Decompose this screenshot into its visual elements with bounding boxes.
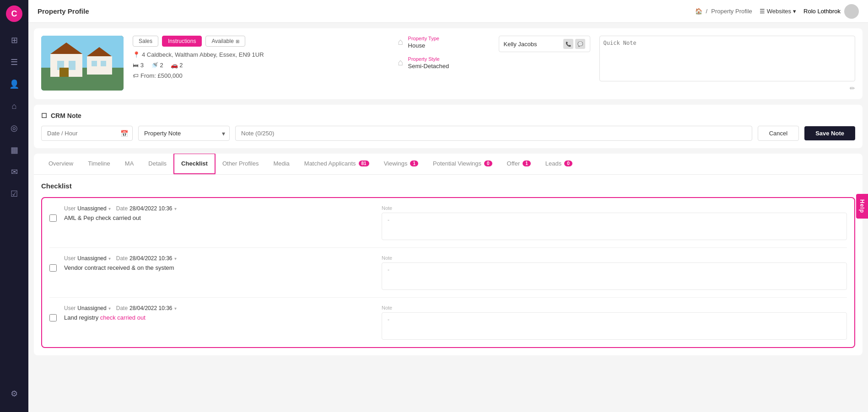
app-logo[interactable]: C [6, 5, 22, 22]
user-dropdown-1[interactable]: ▾ [108, 206, 111, 211]
help-tab[interactable]: Help [856, 193, 868, 218]
user-dropdown-2[interactable]: ▾ [108, 256, 111, 261]
content-area: Sales Instructions Available ⊞ 📍 4 Caldb… [28, 23, 868, 412]
svg-rect-5 [69, 61, 75, 70]
edit-icon[interactable]: ✏ [850, 85, 855, 92]
avatar[interactable] [844, 4, 859, 19]
checklist-item: User Unassigned ▾ Date 28/04/2022 10:36 … [49, 305, 847, 340]
email-icon[interactable]: ✉ [5, 163, 23, 181]
tasks-icon[interactable]: ☑ [5, 185, 23, 203]
user-dropdown-3[interactable]: ▾ [108, 306, 111, 311]
date-dropdown-2[interactable]: ▾ [174, 256, 177, 261]
checklist-note-3: Note - [382, 305, 847, 340]
tab-other-profiles[interactable]: Other Profiles [215, 154, 266, 174]
property-image [41, 36, 124, 91]
tab-media[interactable]: Media [266, 154, 297, 174]
agent-message-icon[interactable]: 💬 [575, 39, 585, 49]
instructions-badge[interactable]: Instructions [162, 36, 202, 47]
location-icon: 📍 [133, 51, 140, 58]
tab-offer[interactable]: Offer 1 [500, 154, 538, 174]
properties-icon[interactable]: ⌂ [5, 97, 23, 115]
checklist-checkbox-2[interactable] [49, 264, 57, 272]
date-dropdown-1[interactable]: ▾ [174, 206, 177, 211]
note-input[interactable] [235, 126, 752, 141]
contacts-icon[interactable]: 👤 [5, 75, 23, 93]
checklist-note-2: Note - [382, 255, 847, 290]
svg-rect-7 [87, 56, 112, 75]
tab-matched-applicants[interactable]: Matched Applicants 81 [297, 154, 377, 174]
quick-note-input[interactable] [599, 36, 856, 81]
checklist-text-3: Land registry check carried out [64, 314, 374, 321]
property-details: ⌂ Property Type House ⌂ Property Style S… [398, 36, 490, 92]
property-style: ⌂ Property Style Semi-Detached [398, 56, 490, 70]
calendar-icon[interactable]: ☰ [5, 53, 23, 71]
tab-potential-viewings[interactable]: Potential Viewings 0 [426, 154, 500, 174]
checklist-content: Checklist User Unassigned ▾ Date 28/04/2… [34, 175, 863, 355]
checklist-checkbox-1[interactable] [49, 214, 57, 222]
settings-icon[interactable]: ⚙ [5, 385, 23, 403]
svg-rect-10 [101, 61, 106, 66]
activity-type-select[interactable]: Property Note Call Email Meeting Task [138, 126, 230, 141]
agent-name: Kelly Jacobs [504, 41, 560, 48]
tabs-row: Overview Timeline MA Details Checklist O… [34, 154, 863, 175]
tab-ma[interactable]: MA [118, 154, 141, 174]
date-hour-input[interactable] [41, 126, 133, 141]
note-box-1: - [382, 213, 847, 240]
tab-overview[interactable]: Overview [41, 154, 81, 174]
house-style-icon: ⌂ [398, 57, 404, 68]
breadcrumb-current: Property Profile [711, 8, 752, 15]
property-info: Sales Instructions Available ⊞ 📍 4 Caldb… [133, 36, 389, 92]
viewings-badge: 1 [410, 161, 418, 166]
crm-form: 📅 Property Note Call Email Meeting Task … [41, 126, 855, 141]
house-type-icon: ⌂ [398, 37, 404, 47]
globe-icon[interactable]: ◎ [5, 119, 23, 137]
agent-phone-icon[interactable]: 📞 [563, 39, 573, 49]
receptions: 🚗 2 [171, 62, 183, 69]
crm-note-section: ☐ CRM Note 📅 Property Note Call Email Me… [34, 105, 863, 148]
property-type: ⌂ Property Type House [398, 36, 490, 49]
checklist-item: User Unassigned ▾ Date 28/04/2022 10:36 … [49, 255, 847, 298]
tab-viewings[interactable]: Viewings 1 [377, 154, 426, 174]
websites-dropdown[interactable]: ☰ Websites ▾ [760, 8, 796, 15]
cancel-button[interactable]: Cancel [758, 126, 799, 141]
dashboard-icon[interactable]: ⊞ [5, 31, 23, 49]
quick-notes: ✏ [599, 36, 856, 92]
potential-viewings-badge: 0 [484, 161, 492, 166]
date-hour-wrapper: 📅 [41, 126, 133, 141]
tabs-section: Overview Timeline MA Details Checklist O… [34, 154, 863, 355]
agent-action-icons: 📞 💬 [563, 39, 585, 49]
home-icon[interactable]: 🏠 [695, 8, 702, 15]
chart-icon[interactable]: ▦ [5, 141, 23, 159]
svg-rect-9 [92, 61, 97, 66]
checklist-meta-3: User Unassigned ▾ Date 28/04/2022 10:36 … [64, 305, 374, 311]
tab-details[interactable]: Details [141, 154, 174, 174]
chevron-down-icon: ▾ [793, 8, 796, 15]
tab-timeline[interactable]: Timeline [81, 154, 118, 174]
checklist-item-left-1: User Unassigned ▾ Date 28/04/2022 10:36 … [64, 205, 374, 240]
save-note-button[interactable]: Save Note [804, 126, 855, 140]
checklist-text-2: Vendor contract received & on the system [64, 264, 374, 271]
date-dropdown-3[interactable]: ▾ [174, 306, 177, 311]
checklist-text-1: AML & Pep check carried out [64, 214, 374, 221]
available-badge[interactable]: Available ⊞ [205, 36, 245, 47]
property-agent: Kelly Jacobs 📞 💬 [499, 36, 590, 92]
property-address: 📍 4 Caldbeck, Waltham Abbey, Essex, EN9 … [133, 51, 389, 58]
calendar-icon: 📅 [120, 130, 128, 137]
bathrooms: 🚿 2 [151, 62, 163, 69]
checklist-checkbox-3[interactable] [49, 314, 57, 321]
user-menu[interactable]: Rolo Lothbrok [803, 4, 859, 19]
checklist-note-1: Note - [382, 205, 847, 240]
checklist-item-left-3: User Unassigned ▾ Date 28/04/2022 10:36 … [64, 305, 374, 340]
note-box-3: - [382, 312, 847, 340]
tab-leads[interactable]: Leads 0 [538, 154, 580, 174]
crm-icon: ☐ [41, 112, 47, 119]
property-badges: Sales Instructions Available ⊞ [133, 36, 389, 47]
tab-checklist[interactable]: Checklist [174, 154, 215, 174]
activity-type-wrapper: Property Note Call Email Meeting Task ▾ [138, 126, 230, 141]
breadcrumb-separator: / [706, 8, 708, 15]
checklist-meta-1: User Unassigned ▾ Date 28/04/2022 10:36 … [64, 205, 374, 212]
topbar: Property Profile 🏠 / Property Profile ☰ … [28, 0, 868, 23]
property-features: 🛏 3 🚿 2 🚗 2 [133, 62, 389, 69]
sales-badge[interactable]: Sales [133, 36, 158, 47]
sidebar: C ⊞ ☰ 👤 ⌂ ◎ ▦ ✉ ☑ ⚙ [0, 0, 28, 412]
